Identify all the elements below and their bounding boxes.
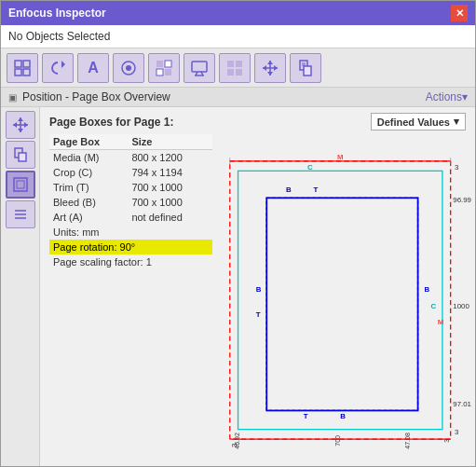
table-row[interactable]: Bleed (B) 700 x 1000 bbox=[49, 195, 212, 210]
b-top-label: B bbox=[286, 185, 292, 194]
svg-rect-18 bbox=[236, 69, 242, 76]
svg-rect-3 bbox=[23, 69, 30, 76]
monitor-icon bbox=[190, 59, 209, 77]
crop-box-label: Crop (C) bbox=[49, 165, 128, 180]
main-toolbar: A bbox=[1, 48, 475, 88]
place-tool-button[interactable] bbox=[7, 53, 38, 83]
bleed-box-rect bbox=[266, 198, 417, 410]
bottom-700-label: 700 bbox=[334, 435, 341, 446]
title-bar: Enfocus Inspector ✕ bbox=[1, 1, 475, 25]
svg-marker-22 bbox=[267, 72, 273, 76]
pattern-tool-button[interactable] bbox=[148, 53, 180, 83]
b-left-label: B bbox=[256, 285, 262, 294]
main-area: Page Boxes for Page 1: Defined Values ▾ … bbox=[1, 107, 475, 466]
side-doc-button[interactable] bbox=[6, 141, 35, 169]
bottom-4708-label: 47.08 bbox=[404, 433, 411, 449]
svg-marker-33 bbox=[13, 122, 17, 128]
page-box-diagram: M C B T 3 96.99 B T bbox=[222, 134, 475, 466]
side-doc-icon bbox=[12, 146, 29, 163]
pattern-icon bbox=[155, 59, 173, 77]
svg-rect-38 bbox=[17, 181, 24, 188]
t-left-label: T bbox=[256, 310, 261, 319]
image-tool-button[interactable] bbox=[113, 53, 144, 83]
svg-rect-8 bbox=[165, 61, 171, 67]
crop-box-size: 794 x 1194 bbox=[128, 165, 212, 180]
rotate-tool-button[interactable] bbox=[42, 53, 74, 83]
table-row[interactable]: Trim (T) 700 x 1000 bbox=[49, 180, 212, 195]
units-row: Units: mm bbox=[49, 225, 212, 240]
text-icon: A bbox=[88, 60, 99, 76]
side-pagebox-icon bbox=[12, 176, 29, 193]
svg-rect-37 bbox=[14, 178, 27, 191]
text-tool-button[interactable]: A bbox=[77, 53, 109, 83]
svg-marker-4 bbox=[61, 61, 65, 68]
right-9701-label: 97.01 bbox=[453, 400, 471, 408]
units-label: Units: mm bbox=[49, 225, 212, 240]
grid-tool-button[interactable] bbox=[219, 53, 251, 83]
svg-rect-7 bbox=[156, 61, 163, 67]
b-right-label: B bbox=[425, 285, 430, 294]
svg-rect-15 bbox=[227, 61, 234, 67]
bottom-4692-label: 46.92 bbox=[234, 433, 240, 449]
media-box-label: Media (M) bbox=[49, 150, 128, 166]
content-area: Page Boxes for Page 1: Defined Values ▾ … bbox=[40, 107, 475, 466]
trim-box-rect bbox=[266, 198, 417, 410]
move-tool-button[interactable] bbox=[254, 53, 286, 83]
b-bottom-label: B bbox=[340, 412, 346, 420]
t-bottom-label: T bbox=[304, 412, 308, 420]
svg-marker-34 bbox=[24, 122, 28, 128]
section-title: Position - Page Box Overview bbox=[22, 90, 170, 103]
svg-marker-32 bbox=[18, 129, 23, 132]
svg-point-6 bbox=[126, 65, 131, 71]
dropdown-arrow: ▾ bbox=[454, 116, 459, 128]
page-boxes-table: Page Box Size Media (M) 800 x 1200 Crop … bbox=[49, 134, 212, 269]
table-and-diagram: Page Box Size Media (M) 800 x 1200 Crop … bbox=[40, 134, 475, 466]
doc-tool-button[interactable] bbox=[290, 53, 321, 83]
table-row[interactable]: Crop (C) 794 x 1194 bbox=[49, 165, 212, 180]
t-top-label: T bbox=[313, 185, 318, 194]
dropdown-label: Defined Values bbox=[377, 117, 450, 128]
svg-rect-17 bbox=[227, 69, 234, 76]
table-row[interactable]: Art (A) not defined bbox=[49, 210, 212, 225]
svg-rect-11 bbox=[192, 62, 207, 72]
side-move-icon bbox=[12, 117, 29, 133]
left-table: Page Box Size Media (M) 800 x 1200 Crop … bbox=[40, 134, 222, 466]
rotate-icon bbox=[48, 59, 67, 77]
media-box-size: 800 x 1200 bbox=[128, 150, 212, 166]
page-rotation-label: Page rotation: 90° bbox=[49, 240, 212, 254]
main-window: Enfocus Inspector ✕ No Objects Selected … bbox=[0, 0, 476, 467]
art-box-label: Art (A) bbox=[49, 210, 128, 225]
defined-values-dropdown[interactable]: Defined Values ▾ bbox=[371, 113, 466, 130]
page-boxes-header: Page Boxes for Page 1: Defined Values ▾ bbox=[40, 107, 475, 134]
svg-marker-31 bbox=[18, 117, 23, 121]
bleed-box-label: Bleed (B) bbox=[49, 195, 128, 210]
crop-box-rect bbox=[238, 171, 442, 429]
collapse-icon[interactable]: ▣ bbox=[8, 92, 17, 103]
no-objects-bar: No Objects Selected bbox=[1, 25, 475, 48]
page-boxes-title: Page Boxes for Page 1: bbox=[49, 116, 173, 129]
c-right-label: C bbox=[431, 302, 437, 310]
svg-rect-16 bbox=[236, 61, 242, 67]
svg-marker-21 bbox=[267, 61, 273, 64]
right-3-top-label: 3 bbox=[455, 163, 459, 172]
page-scaling-label: Page scaling factor: 1 bbox=[49, 254, 212, 269]
close-button[interactable]: ✕ bbox=[451, 5, 468, 21]
side-list-button[interactable] bbox=[6, 200, 35, 228]
c-top-label: C bbox=[307, 163, 313, 172]
col-page-box: Page Box bbox=[49, 134, 128, 150]
left-sidebar bbox=[1, 107, 40, 466]
diagram-area: M C B T 3 96.99 B T bbox=[222, 134, 475, 466]
art-box-size: not defined bbox=[128, 210, 212, 225]
right-3-bottom-label: 3 bbox=[455, 428, 459, 436]
side-move-button[interactable] bbox=[6, 111, 35, 139]
m-top-label: M bbox=[337, 153, 344, 161]
window-title: Enfocus Inspector bbox=[8, 7, 106, 20]
table-row[interactable]: Media (M) 800 x 1200 bbox=[49, 150, 212, 166]
monitor-tool-button[interactable] bbox=[184, 53, 215, 83]
svg-rect-2 bbox=[15, 69, 21, 76]
trim-box-label: Trim (T) bbox=[49, 180, 128, 195]
page-rotation-row: Page rotation: 90° bbox=[49, 240, 212, 254]
side-pagebox-button[interactable] bbox=[6, 171, 35, 199]
actions-link[interactable]: Actions▾ bbox=[426, 90, 468, 103]
page-scaling-row: Page scaling factor: 1 bbox=[49, 254, 212, 269]
